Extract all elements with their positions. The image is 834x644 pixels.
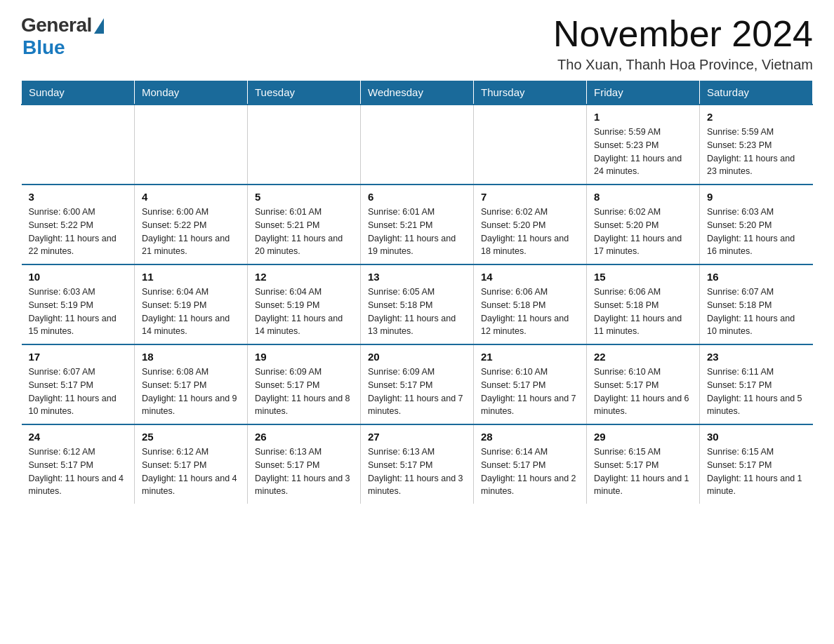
day-number: 12: [255, 271, 353, 283]
day-number: 17: [29, 351, 128, 363]
column-header-monday: Monday: [135, 81, 248, 105]
calendar-cell: 29Sunrise: 6:15 AMSunset: 5:17 PMDayligh…: [587, 424, 700, 504]
calendar-cell: 7Sunrise: 6:02 AMSunset: 5:20 PMDaylight…: [474, 185, 587, 264]
calendar-cell: 18Sunrise: 6:08 AMSunset: 5:17 PMDayligh…: [135, 344, 248, 424]
day-info: Sunrise: 6:00 AMSunset: 5:22 PMDaylight:…: [142, 206, 240, 258]
logo-blue-text: Blue: [22, 36, 65, 59]
day-number: 18: [142, 351, 240, 363]
day-number: 19: [255, 351, 353, 363]
column-header-tuesday: Tuesday: [248, 81, 361, 105]
calendar-cell: 28Sunrise: 6:14 AMSunset: 5:17 PMDayligh…: [474, 424, 587, 504]
calendar-cell: 24Sunrise: 6:12 AMSunset: 5:17 PMDayligh…: [22, 424, 135, 504]
title-block: November 2024 Tho Xuan, Thanh Hoa Provin…: [553, 14, 813, 73]
day-number: 5: [255, 191, 353, 203]
day-number: 20: [368, 351, 466, 363]
day-info: Sunrise: 6:00 AMSunset: 5:22 PMDaylight:…: [29, 206, 128, 258]
column-header-thursday: Thursday: [474, 81, 587, 105]
day-number: 9: [707, 191, 806, 203]
day-number: 21: [481, 351, 579, 363]
day-info: Sunrise: 6:02 AMSunset: 5:20 PMDaylight:…: [481, 206, 579, 258]
logo-general-text: General: [21, 14, 92, 36]
day-number: 8: [594, 191, 692, 203]
day-info: Sunrise: 6:03 AMSunset: 5:19 PMDaylight:…: [29, 286, 128, 338]
day-number: 23: [707, 351, 806, 363]
page-header: General Blue November 2024 Tho Xuan, Tha…: [21, 14, 813, 73]
calendar-cell: 11Sunrise: 6:04 AMSunset: 5:19 PMDayligh…: [135, 264, 248, 344]
day-number: 24: [29, 431, 128, 443]
calendar-cell: [248, 105, 361, 185]
day-number: 1: [594, 111, 692, 123]
calendar-cell: 25Sunrise: 6:12 AMSunset: 5:17 PMDayligh…: [135, 424, 248, 504]
calendar-cell: 6Sunrise: 6:01 AMSunset: 5:21 PMDaylight…: [361, 185, 474, 264]
day-info: Sunrise: 6:13 AMSunset: 5:17 PMDaylight:…: [255, 445, 353, 498]
day-number: 25: [142, 431, 240, 443]
day-info: Sunrise: 6:12 AMSunset: 5:17 PMDaylight:…: [29, 445, 128, 498]
calendar-table: SundayMondayTuesdayWednesdayThursdayFrid…: [21, 80, 813, 504]
day-info: Sunrise: 6:07 AMSunset: 5:17 PMDaylight:…: [29, 365, 128, 418]
calendar-week-row: 3Sunrise: 6:00 AMSunset: 5:22 PMDaylight…: [22, 185, 813, 264]
column-header-friday: Friday: [587, 81, 700, 105]
calendar-week-row: 10Sunrise: 6:03 AMSunset: 5:19 PMDayligh…: [22, 264, 813, 344]
day-number: 2: [707, 111, 806, 123]
calendar-cell: [474, 105, 587, 185]
calendar-cell: 8Sunrise: 6:02 AMSunset: 5:20 PMDaylight…: [587, 185, 700, 264]
day-info: Sunrise: 6:01 AMSunset: 5:21 PMDaylight:…: [368, 206, 466, 258]
column-header-wednesday: Wednesday: [361, 81, 474, 105]
calendar-cell: 15Sunrise: 6:06 AMSunset: 5:18 PMDayligh…: [587, 264, 700, 344]
day-number: 4: [142, 191, 240, 203]
calendar-cell: [135, 105, 248, 185]
day-number: 11: [142, 271, 240, 283]
column-header-saturday: Saturday: [700, 81, 813, 105]
calendar-cell: 21Sunrise: 6:10 AMSunset: 5:17 PMDayligh…: [474, 344, 587, 424]
day-number: 15: [594, 271, 692, 283]
day-info: Sunrise: 6:10 AMSunset: 5:17 PMDaylight:…: [481, 365, 579, 418]
month-year-title: November 2024: [553, 14, 813, 54]
day-number: 3: [29, 191, 128, 203]
day-info: Sunrise: 6:06 AMSunset: 5:18 PMDaylight:…: [594, 286, 692, 338]
location-subtitle: Tho Xuan, Thanh Hoa Province, Vietnam: [553, 57, 813, 73]
calendar-week-row: 1Sunrise: 5:59 AMSunset: 5:23 PMDaylight…: [22, 105, 813, 185]
day-info: Sunrise: 6:15 AMSunset: 5:17 PMDaylight:…: [707, 445, 806, 498]
day-info: Sunrise: 5:59 AMSunset: 5:23 PMDaylight:…: [707, 126, 806, 178]
calendar-cell: 19Sunrise: 6:09 AMSunset: 5:17 PMDayligh…: [248, 344, 361, 424]
calendar-cell: 5Sunrise: 6:01 AMSunset: 5:21 PMDaylight…: [248, 185, 361, 264]
day-info: Sunrise: 6:11 AMSunset: 5:17 PMDaylight:…: [707, 365, 806, 418]
day-info: Sunrise: 6:12 AMSunset: 5:17 PMDaylight:…: [142, 445, 240, 498]
day-number: 14: [481, 271, 579, 283]
day-number: 30: [707, 431, 806, 443]
calendar-cell: 4Sunrise: 6:00 AMSunset: 5:22 PMDaylight…: [135, 185, 248, 264]
calendar-cell: [22, 105, 135, 185]
day-info: Sunrise: 6:09 AMSunset: 5:17 PMDaylight:…: [368, 365, 466, 418]
calendar-cell: 10Sunrise: 6:03 AMSunset: 5:19 PMDayligh…: [22, 264, 135, 344]
calendar-cell: 3Sunrise: 6:00 AMSunset: 5:22 PMDaylight…: [22, 185, 135, 264]
calendar-cell: 23Sunrise: 6:11 AMSunset: 5:17 PMDayligh…: [700, 344, 813, 424]
calendar-cell: [361, 105, 474, 185]
day-number: 22: [594, 351, 692, 363]
calendar-cell: 27Sunrise: 6:13 AMSunset: 5:17 PMDayligh…: [361, 424, 474, 504]
calendar-cell: 20Sunrise: 6:09 AMSunset: 5:17 PMDayligh…: [361, 344, 474, 424]
day-number: 7: [481, 191, 579, 203]
day-number: 13: [368, 271, 466, 283]
calendar-cell: 16Sunrise: 6:07 AMSunset: 5:18 PMDayligh…: [700, 264, 813, 344]
calendar-cell: 12Sunrise: 6:04 AMSunset: 5:19 PMDayligh…: [248, 264, 361, 344]
calendar-cell: 2Sunrise: 5:59 AMSunset: 5:23 PMDaylight…: [700, 105, 813, 185]
day-number: 16: [707, 271, 806, 283]
day-info: Sunrise: 6:15 AMSunset: 5:17 PMDaylight:…: [594, 445, 692, 498]
calendar-header-row: SundayMondayTuesdayWednesdayThursdayFrid…: [22, 81, 813, 105]
day-info: Sunrise: 6:14 AMSunset: 5:17 PMDaylight:…: [481, 445, 579, 498]
day-info: Sunrise: 6:06 AMSunset: 5:18 PMDaylight:…: [481, 286, 579, 338]
day-info: Sunrise: 6:13 AMSunset: 5:17 PMDaylight:…: [368, 445, 466, 498]
calendar-week-row: 17Sunrise: 6:07 AMSunset: 5:17 PMDayligh…: [22, 344, 813, 424]
calendar-cell: 26Sunrise: 6:13 AMSunset: 5:17 PMDayligh…: [248, 424, 361, 504]
day-number: 6: [368, 191, 466, 203]
day-number: 27: [368, 431, 466, 443]
day-info: Sunrise: 6:02 AMSunset: 5:20 PMDaylight:…: [594, 206, 692, 258]
calendar-cell: 14Sunrise: 6:06 AMSunset: 5:18 PMDayligh…: [474, 264, 587, 344]
day-info: Sunrise: 6:09 AMSunset: 5:17 PMDaylight:…: [255, 365, 353, 418]
day-number: 29: [594, 431, 692, 443]
calendar-week-row: 24Sunrise: 6:12 AMSunset: 5:17 PMDayligh…: [22, 424, 813, 504]
day-info: Sunrise: 6:04 AMSunset: 5:19 PMDaylight:…: [142, 286, 240, 338]
day-info: Sunrise: 6:05 AMSunset: 5:18 PMDaylight:…: [368, 286, 466, 338]
calendar-cell: 17Sunrise: 6:07 AMSunset: 5:17 PMDayligh…: [22, 344, 135, 424]
day-info: Sunrise: 6:01 AMSunset: 5:21 PMDaylight:…: [255, 206, 353, 258]
